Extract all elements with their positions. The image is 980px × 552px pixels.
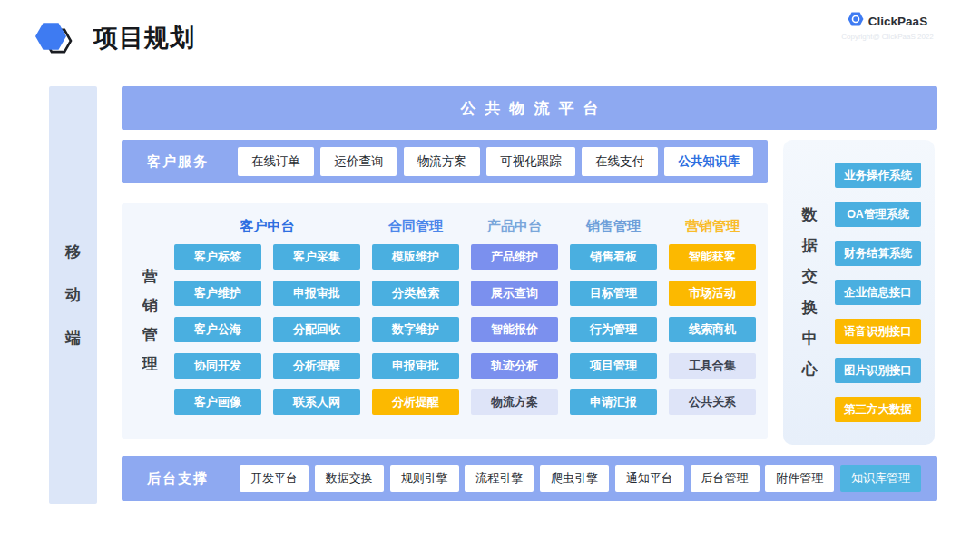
backend-button[interactable]: 后台管理: [691, 465, 760, 492]
banner-label: 公共物流平台: [452, 98, 608, 119]
backend-support-buttons: 开发平台数据交换规则引擎流程引擎爬虫引擎通知平台后台管理附件管理知识库管理: [240, 465, 921, 492]
module-button[interactable]: 智能获客: [669, 244, 756, 270]
module-column-headers: 客户中台合同管理产品中台销售管理营销管理: [174, 215, 756, 237]
module-button[interactable]: 物流方案: [471, 389, 558, 415]
module-cells: 客户标签客户采集模版维护产品维护销售看板智能获客客户维护申报审批分类检索展示查询…: [174, 244, 756, 415]
hexagon-logo-icon: [32, 18, 74, 58]
system-button[interactable]: 语音识别接口: [835, 319, 921, 344]
module-button[interactable]: 展示查询: [471, 281, 558, 306]
column-header: 营销管理: [669, 218, 756, 235]
module-button[interactable]: 目标管理: [570, 281, 657, 306]
page: 项目规划 ClickPaaS Copyright@ ClickPaaS 2022…: [0, 0, 980, 552]
backend-button[interactable]: 爬虫引擎: [540, 465, 609, 492]
customer-service-buttons: 在线订单运价查询物流方案可视化跟踪在线支付公共知识库: [238, 147, 753, 176]
brand-block: ClickPaaS Copyright@ ClickPaaS 2022: [824, 11, 951, 41]
customer-service-bar: 客户服务 在线订单运价查询物流方案可视化跟踪在线支付公共知识库: [122, 140, 768, 183]
mobile-side-bar: 移动端: [49, 86, 97, 504]
service-button[interactable]: 物流方案: [404, 147, 480, 176]
system-button[interactable]: 业务操作系统: [835, 163, 921, 188]
module-button[interactable]: 项目管理: [570, 353, 657, 379]
module-button[interactable]: 分配回收: [273, 317, 360, 342]
module-button[interactable]: 申请汇报: [570, 389, 657, 415]
marketing-management-side-label: 营销管理: [142, 262, 159, 380]
backend-button[interactable]: 数据交换: [315, 465, 384, 492]
backend-button[interactable]: 知识库管理: [840, 465, 921, 492]
module-button[interactable]: 数字维护: [372, 317, 459, 342]
backend-button[interactable]: 流程引擎: [465, 465, 534, 492]
module-button[interactable]: 联系人网: [273, 389, 360, 415]
column-header: 客户中台: [174, 218, 360, 235]
module-button[interactable]: 线索商机: [669, 317, 756, 342]
mobile-side-label: 移动端: [64, 231, 82, 360]
backend-button[interactable]: 规则引擎: [390, 465, 459, 492]
copyright-text: Copyright@ ClickPaaS 2022: [824, 33, 951, 41]
module-button[interactable]: 客户维护: [174, 281, 261, 306]
system-button[interactable]: OA管理系统: [835, 202, 921, 227]
module-button[interactable]: 分类检索: [372, 281, 459, 306]
module-button[interactable]: 销售看板: [570, 244, 657, 270]
module-button[interactable]: 工具合集: [669, 353, 756, 379]
module-button[interactable]: 申报审批: [372, 353, 459, 379]
module-button[interactable]: 分析提醒: [273, 353, 360, 379]
module-button[interactable]: 客户采集: [273, 244, 360, 270]
module-button[interactable]: 公共关系: [669, 389, 756, 415]
service-button[interactable]: 在线支付: [582, 147, 658, 176]
column-header: 销售管理: [570, 218, 657, 235]
service-button[interactable]: 在线订单: [238, 147, 314, 176]
system-button[interactable]: 图片识别接口: [835, 358, 921, 383]
module-button[interactable]: 模版维护: [372, 244, 459, 270]
module-button[interactable]: 产品维护: [471, 244, 558, 270]
service-button[interactable]: 可视化跟踪: [486, 147, 575, 176]
app-header: 项目规划: [32, 18, 195, 58]
brand-name: ClickPaaS: [868, 15, 927, 28]
module-button[interactable]: 智能报价: [471, 317, 558, 342]
backend-button[interactable]: 开发平台: [240, 465, 309, 492]
module-button[interactable]: 申报审批: [273, 281, 360, 306]
public-logistics-platform-banner: 公共物流平台: [122, 86, 937, 130]
column-header: 合同管理: [372, 218, 459, 235]
backend-button[interactable]: 通知平台: [615, 465, 684, 492]
customer-service-label: 客户服务: [147, 153, 209, 171]
backend-button[interactable]: 附件管理: [765, 465, 834, 492]
page-title: 项目规划: [93, 22, 195, 54]
module-button[interactable]: 行为管理: [570, 317, 657, 342]
clickpaas-logo-icon: [848, 11, 864, 31]
backend-support-label: 后台支撑: [147, 470, 209, 488]
module-button[interactable]: 客户画像: [174, 389, 261, 415]
column-header: 产品中台: [471, 218, 558, 235]
service-button[interactable]: 公共知识库: [664, 147, 753, 176]
module-button[interactable]: 市场活动: [669, 281, 756, 306]
module-button[interactable]: 客户公海: [174, 317, 261, 342]
module-button[interactable]: 轨迹分析: [471, 353, 558, 379]
marketing-management-panel: 营销管理 客户中台合同管理产品中台销售管理营销管理 客户标签客户采集模版维护产品…: [122, 203, 768, 439]
module-button[interactable]: 客户标签: [174, 244, 261, 270]
module-button[interactable]: 分析提醒: [372, 389, 459, 415]
data-exchange-buttons: 业务操作系统OA管理系统财务结算系统企业信息接口语音识别接口图片识别接口第三方大…: [835, 163, 921, 422]
module-grid: 客户中台合同管理产品中台销售管理营销管理 客户标签客户采集模版维护产品维护销售看…: [174, 215, 756, 415]
data-exchange-panel: 数据交换中心 业务操作系统OA管理系统财务结算系统企业信息接口语音识别接口图片识…: [783, 140, 935, 445]
service-button[interactable]: 运价查询: [320, 147, 397, 176]
module-button[interactable]: 协同开发: [174, 353, 261, 379]
system-button[interactable]: 企业信息接口: [835, 280, 921, 305]
system-button[interactable]: 财务结算系统: [835, 241, 921, 266]
backend-support-bar: 后台支撑 开发平台数据交换规则引擎流程引擎爬虫引擎通知平台后台管理附件管理知识库…: [122, 456, 937, 501]
data-exchange-side-label: 数据交换中心: [801, 200, 818, 385]
system-button[interactable]: 第三方大数据: [835, 397, 921, 422]
